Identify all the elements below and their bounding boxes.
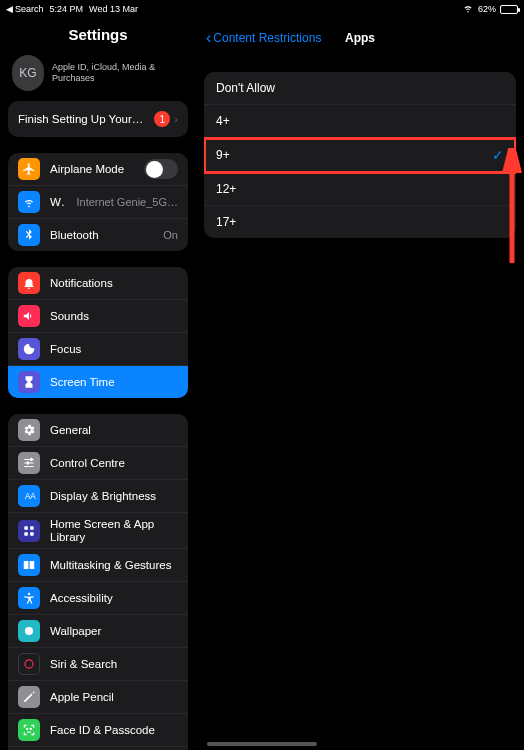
sidebar-item-label: Focus (50, 343, 178, 355)
sidebar-item-focus[interactable]: Focus (8, 333, 188, 366)
multitasking-icon (18, 554, 40, 576)
airplane-toggle[interactable] (144, 159, 178, 179)
svg-rect-1 (24, 526, 28, 530)
sidebar-item-label: Bluetooth (50, 229, 153, 241)
chevron-left-icon: ‹ (206, 29, 211, 47)
sidebar-item-siri[interactable]: Siri & Search (8, 648, 188, 681)
accessibility-icon (18, 587, 40, 609)
svg-point-8 (25, 627, 33, 635)
option-17plus[interactable]: 17+ (204, 206, 516, 238)
home-indicator[interactable] (207, 742, 317, 746)
svg-rect-5 (24, 561, 29, 569)
bell-icon (18, 272, 40, 294)
sidebar-item-multitasking[interactable]: Multitasking & Gestures (8, 549, 188, 582)
svg-point-10 (27, 729, 28, 730)
sidebar-item-notifications[interactable]: Notifications (8, 267, 188, 300)
sidebar-item-airplane[interactable]: Airplane Mode (8, 153, 188, 186)
sidebar-item-bluetooth[interactable]: Bluetooth On (8, 219, 188, 251)
svg-point-7 (28, 593, 30, 595)
avatar: KG (12, 55, 44, 91)
option-9plus[interactable]: 9+ ✓ (204, 138, 516, 173)
sidebar-group-general: General Control Centre AA Display & Brig… (8, 414, 188, 750)
sidebar-item-label: Sounds (50, 310, 178, 322)
option-label: 17+ (216, 215, 236, 229)
sidebar-item-controlcentre[interactable]: Control Centre (8, 447, 188, 480)
sidebar-item-label: Accessibility (50, 592, 178, 604)
chevron-left-icon: ◀ (6, 4, 13, 14)
sidebar-item-homescreen[interactable]: Home Screen & App Library (8, 513, 188, 549)
wifi-value: Internet Genie_5G… (76, 196, 178, 208)
sidebar-item-faceid[interactable]: Face ID & Passcode (8, 714, 188, 747)
svg-text:AA: AA (25, 492, 36, 501)
sidebar-item-accessibility[interactable]: Accessibility (8, 582, 188, 615)
svg-point-11 (30, 729, 31, 730)
chevron-right-icon: › (174, 113, 178, 125)
speaker-icon (18, 305, 40, 327)
svg-rect-2 (30, 526, 34, 530)
sidebar-item-label: Control Centre (50, 457, 178, 469)
option-label: 4+ (216, 114, 230, 128)
option-label: Don't Allow (216, 81, 275, 95)
siri-icon (18, 653, 40, 675)
sidebar-group-alerts: Notifications Sounds Focus Screen Time (8, 267, 188, 398)
sliders-icon (18, 452, 40, 474)
apple-id-row[interactable]: KG Apple ID, iCloud, Media & Purchases (8, 53, 188, 101)
status-bar: ◀ Search 5:24 PM Wed 13 Mar 62% (0, 0, 524, 18)
airplane-icon (18, 158, 40, 180)
finish-setup-row[interactable]: Finish Setting Up Your… 1 › (8, 101, 188, 137)
detail-title: Apps (345, 31, 375, 45)
sidebar-item-label: Siri & Search (50, 658, 178, 670)
back-label: Content Restrictions (213, 31, 321, 45)
settings-sidebar: Settings KG Apple ID, iCloud, Media & Pu… (0, 18, 196, 750)
sidebar-item-display[interactable]: AA Display & Brightness (8, 480, 188, 513)
sidebar-item-pencil[interactable]: Apple Pencil (8, 681, 188, 714)
svg-rect-3 (24, 532, 28, 536)
check-icon: ✓ (492, 147, 504, 163)
wifi-icon (18, 191, 40, 213)
moon-icon (18, 338, 40, 360)
apps-rating-group: Don't Allow 4+ 9+ ✓ 12+ 17+ (204, 72, 516, 238)
svg-rect-6 (30, 561, 35, 569)
sidebar-item-screentime[interactable]: Screen Time (8, 366, 188, 398)
sidebar-item-label: Apple Pencil (50, 691, 178, 703)
notification-badge: 1 (154, 111, 170, 127)
wallpaper-icon (18, 620, 40, 642)
option-12plus[interactable]: 12+ (204, 173, 516, 206)
option-label: 9+ (216, 148, 230, 162)
bluetooth-icon (18, 224, 40, 246)
back-to-search[interactable]: ◀ Search (6, 4, 44, 14)
sidebar-item-label: Airplane Mode (50, 163, 134, 175)
sidebar-item-wallpaper[interactable]: Wallpaper (8, 615, 188, 648)
sidebar-item-label: Home Screen & App Library (50, 518, 178, 543)
sidebar-item-label: Wi-Fi (50, 196, 66, 208)
sidebar-item-label: Face ID & Passcode (50, 724, 178, 736)
wifi-icon (462, 2, 474, 16)
sidebar-item-label: Multitasking & Gestures (50, 559, 178, 571)
pencil-icon (18, 686, 40, 708)
sidebar-item-sounds[interactable]: Sounds (8, 300, 188, 333)
sidebar-item-general[interactable]: General (8, 414, 188, 447)
detail-pane: ‹ Content Restrictions Apps Don't Allow … (196, 18, 524, 750)
sidebar-item-label: Display & Brightness (50, 490, 178, 502)
sidebar-item-wifi[interactable]: Wi-Fi Internet Genie_5G… (8, 186, 188, 219)
gear-icon (18, 419, 40, 441)
detail-header: ‹ Content Restrictions Apps (204, 18, 516, 58)
bluetooth-value: On (163, 229, 178, 241)
sidebar-item-label: Notifications (50, 277, 178, 289)
option-4plus[interactable]: 4+ (204, 105, 516, 138)
back-button[interactable]: ‹ Content Restrictions (206, 29, 321, 47)
faceid-icon (18, 719, 40, 741)
apple-id-subtitle: Apple ID, iCloud, Media & Purchases (52, 62, 184, 84)
option-dont-allow[interactable]: Don't Allow (204, 72, 516, 105)
sidebar-item-label: Wallpaper (50, 625, 178, 637)
svg-rect-4 (30, 532, 34, 536)
status-back-label: Search (15, 4, 44, 14)
option-label: 12+ (216, 182, 236, 196)
sidebar-group-connectivity: Airplane Mode Wi-Fi Internet Genie_5G… B… (8, 153, 188, 251)
status-date: Wed 13 Mar (89, 4, 138, 14)
sidebar-title: Settings (8, 18, 188, 53)
finish-setup-label: Finish Setting Up Your… (18, 113, 154, 125)
hourglass-icon (18, 371, 40, 393)
battery-percent: 62% (478, 4, 496, 14)
grid-icon (18, 520, 40, 542)
